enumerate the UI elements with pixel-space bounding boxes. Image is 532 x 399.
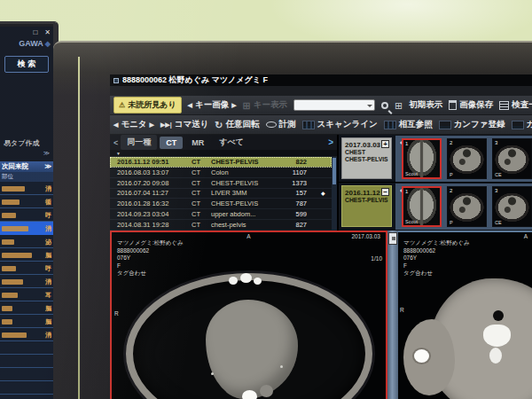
conference-register-button[interactable]: カンファ登録 [439,119,505,130]
worklist-row[interactable]: 呼 [0,262,53,275]
frame-advance-button[interactable]: ▶▶| コマ送り [160,119,208,130]
key-display-grid-icon: ⊞ [243,101,251,110]
study-row[interactable]: 2014.08.31 19:28 CT chest-pelvis 827 [110,220,332,231]
frame-advance-icon: ▶▶| [160,121,172,129]
toolbar-row1: ⚠ 未読所見あり ◀ キー画像 ▶ ⊞ キー表示 ⊞ 初期表示 画像保存 [110,96,532,115]
tab-ct[interactable]: CT [160,137,183,149]
orientation-right: R [114,310,119,318]
viewer-scrollbar[interactable] [387,231,398,399]
department-abbrev: 耳 [45,291,51,300]
quick-tab-link[interactable]: 易タブ作成 [4,138,39,148]
study-row[interactable]: 2014.09.23 03:04 CT upper abdom... 599 [110,209,332,220]
patient-title: 8888000062 松野めぐみ マツノメグミ F [122,74,268,86]
orientation-anterior: A [524,233,528,241]
study-row[interactable]: 2016.01.28 16:32 CT CHEST-PELVIS 787 [110,199,332,209]
cross-reference-button[interactable]: 相互参照 [384,119,433,130]
expand-icon[interactable]: ≫ [43,150,50,157]
tab-same-type[interactable]: 同一種 [121,135,157,150]
viewer-left[interactable]: マツノメグミ:松野めぐみ 8888000062 076Y F タグ合わせ A 2… [110,231,387,399]
expand-toggle[interactable]: + [381,140,389,148]
row-label-redacted [2,319,12,325]
viewer-right[interactable]: マツノメグミ:松野めぐみ 8888000062 076Y F タグ合わせ A R [398,231,532,399]
study-card[interactable]: 2017.03.03 CHEST CHEST-PELVIS + [341,137,392,179]
worklist-rows: 消 循 呼 消 泌 脳 呼 消 耳 脳 脳 消 [0,182,53,399]
scrollbar-thumb[interactable] [388,232,397,245]
study-row[interactable]: 2016.08.03 13:07 CT Colon 1107 [110,168,332,178]
study-description: CHEST-PELVIS [211,179,287,187]
filter-icon[interactable]: ▼ [116,151,121,156]
tabs-scroll-right-icon[interactable]: > [328,137,333,147]
row-label-redacted [2,332,27,338]
thumbnail-image [448,187,486,226]
worklist-row[interactable]: 脳 [0,315,53,328]
study-rows: 2016.11.12 09:51 CT CHEST-PELVIS 822 201… [110,157,332,231]
key-display-button[interactable]: ⊞ キー表示 [243,99,287,111]
department-abbrev: 呼 [45,264,51,273]
exam-list-button[interactable]: 検査一 [499,99,532,111]
worklist-row[interactable]: 泌 [0,235,53,248]
series-label: Scout [405,219,418,224]
worklist-row[interactable]: 消 [0,275,53,288]
toolbar-row2: ◀ モニタ ▶ ▶▶| コマ送り ↻ 任意回転 計測 スキャンライン [110,115,532,135]
monitor-nav[interactable]: ◀ モニタ ▶ [113,119,154,130]
series-number: 1 [405,141,408,146]
worklist-row[interactable]: 循 [0,195,53,208]
series-label: CE [495,220,502,225]
measure-button[interactable]: 計測 [266,119,296,130]
page-indicator: 1/10 [371,255,382,263]
free-rotate-button[interactable]: ↻ 任意回転 [215,119,259,130]
worklist-row[interactable]: 脳 [0,301,53,315]
study-datetime: 2016.07.20 09:08 [117,179,192,187]
search-icon[interactable] [381,102,388,109]
study-date-overlay: 2017.03.03 [351,233,380,241]
window-controls: □ ✕ [33,28,51,36]
tab-all[interactable]: すべて [213,135,250,150]
department-abbrev: 消 [45,184,51,193]
worklist-row[interactable]: 耳 [0,288,53,301]
series-thumbnail[interactable]: 2 P [447,186,487,227]
series-thumbnail[interactable]: 1 Scout [402,138,442,179]
study-row[interactable]: 2016.07.20 09:08 CT CHEST-PELVIS 1373 [110,178,332,189]
unread-findings-button[interactable]: ⚠ 未読所見あり [113,97,182,113]
search-button[interactable]: 検 索 [4,56,49,73]
worklist-row[interactable]: 脳 [0,248,53,262]
patient-overlay: マツノメグミ:松野めぐみ 8888000062 076Y F タグ合わせ [117,239,184,278]
image-count: 822 [287,158,310,166]
initial-display-button[interactable]: 初期表示 [409,99,442,111]
study-modality: CT [192,179,211,187]
prev-monitor-icon[interactable]: ◀ [113,121,118,129]
tabs-scroll-left-icon[interactable]: < [113,138,118,147]
image-count: 1373 [287,179,310,187]
study-datetime: 2016.11.12 09:51 [117,158,192,166]
marker-diamond-icon: ◆ [321,190,330,196]
study-row[interactable]: 2016.11.12 09:51 CT CHEST-PELVIS 822 [110,157,332,168]
series-thumbnail[interactable]: 3 CE [492,138,532,179]
close-icon[interactable]: ✕ [44,28,51,36]
series-thumbnail[interactable]: 1 Scout [402,186,442,227]
collapse-toggle[interactable]: − [381,188,389,196]
study-card[interactable]: 2016.11.12 CHEST-PELVIS − [341,185,392,227]
worklist-row[interactable]: 呼 [0,208,53,222]
thumbnail-strip: 1 Scout 2 P 3 CE 4 Lung [395,184,532,230]
next-monitor-icon[interactable]: ▶ [150,121,154,129]
worklist-row[interactable]: 消 [0,328,53,341]
study-row[interactable]: 2016.07.04 11:27 CT LIVER 3MM 157 ◆ [110,189,332,200]
layout-grid-icon[interactable]: ⊞ [395,101,403,110]
save-image-button[interactable]: 画像保存 [449,99,493,111]
image-count: 787 [287,200,310,207]
maximize-icon[interactable]: □ [33,28,37,36]
worklist-row[interactable]: 消 [0,222,53,235]
worklist-row[interactable]: 消 [0,182,53,195]
next-key-image-icon[interactable]: ▶ [231,102,236,109]
prev-key-image-icon[interactable]: ◀ [188,102,192,109]
department-abbrev: 循 [45,198,51,207]
search-input[interactable] [293,99,375,111]
key-image-nav[interactable]: ◀ キー画像 ▶ [188,99,237,111]
conference-more-button[interactable]: カンフ [512,119,532,130]
tab-mr[interactable]: MR [185,137,210,149]
series-thumbnail[interactable]: 3 CE [492,186,532,227]
row-label-redacted [2,279,23,285]
scan-line-button[interactable]: スキャンライン [302,119,378,130]
spinous-structure [489,348,502,364]
series-thumbnail[interactable]: 2 P [447,138,487,179]
